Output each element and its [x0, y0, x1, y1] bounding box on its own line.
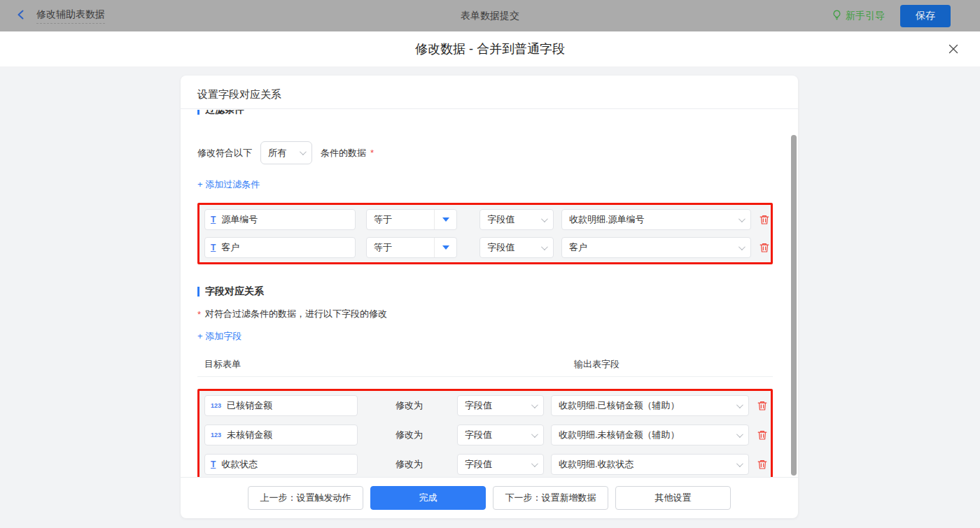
required-mark: *: [370, 148, 374, 158]
target-field-input[interactable]: T 收款状态: [204, 454, 358, 475]
chevron-down-icon: [531, 460, 538, 467]
close-icon[interactable]: [945, 41, 962, 57]
value-type-select[interactable]: 字段值: [457, 454, 544, 475]
chevron-down-icon: [531, 431, 538, 438]
mapping-rows-highlight-box: 123 已核销金额 修改为 字段值 收款明细.已核销金额（辅助）: [197, 389, 773, 477]
value-type-select[interactable]: 字段值: [479, 209, 554, 230]
chevron-down-icon: [531, 401, 538, 408]
back-label[interactable]: 修改辅助表数据: [36, 8, 105, 24]
filter-rows-highlight-box: T 源单编号 等于 字段值 收款明细.源单编号: [197, 203, 773, 264]
number-field-icon: 123: [211, 402, 221, 409]
match-prefix-label: 修改符合以下: [197, 147, 252, 159]
modify-to-label: 修改为: [396, 458, 424, 471]
delete-row-trash-icon[interactable]: [756, 458, 769, 471]
match-suffix-label: 条件的数据: [321, 147, 366, 159]
done-button[interactable]: 完成: [370, 486, 486, 510]
number-field-icon: 123: [211, 431, 221, 438]
next-step-button[interactable]: 下一步：设置新增数据: [493, 486, 608, 510]
caret-down-icon: [434, 210, 456, 229]
mapping-description: * 对符合过滤条件的数据，进行以下字段的修改: [197, 308, 781, 320]
target-form-column-header: 目标表单: [204, 358, 241, 371]
beginner-guide-link[interactable]: 新手引导: [832, 10, 885, 22]
modify-to-label: 修改为: [396, 429, 424, 441]
chevron-down-icon: [736, 431, 743, 438]
text-field-icon: T: [211, 243, 216, 252]
card-title: 设置字段对应关系: [181, 76, 798, 109]
back-button[interactable]: [15, 9, 27, 23]
prev-step-button[interactable]: 上一步：设置触发动作: [248, 486, 363, 510]
add-field-link[interactable]: + 添加字段: [197, 330, 241, 343]
section-accent-bar: [197, 287, 200, 297]
chevron-down-icon: [541, 215, 548, 222]
other-settings-button[interactable]: 其他设置: [615, 486, 731, 510]
chevron-down-icon: [541, 243, 548, 250]
operator-select[interactable]: 等于: [366, 237, 457, 258]
topbar: 修改辅助表数据 表单数据提交 新手引导 保存: [0, 0, 980, 31]
target-field-input[interactable]: 123 未核销金额: [204, 424, 358, 445]
filter-field-input[interactable]: T 客户: [204, 237, 356, 258]
add-filter-condition-link[interactable]: + 添加过滤条件: [197, 178, 260, 191]
chevron-down-icon: [738, 215, 746, 222]
output-field-select[interactable]: 收款明细.已核销金额（辅助）: [551, 395, 749, 416]
chevron-down-icon: [300, 148, 307, 155]
mapping-row: T 收款状态 修改为 字段值 收款明细.收款状态: [204, 454, 771, 475]
output-field-column-header: 输出表字段: [574, 358, 620, 371]
scrollbar-thumb[interactable]: [791, 135, 797, 476]
text-field-icon: T: [211, 459, 216, 469]
filter-row: T 源单编号 等于 字段值 收款明细.源单编号: [204, 209, 771, 230]
divider: [197, 376, 773, 377]
value-type-select[interactable]: 字段值: [479, 237, 554, 258]
mapping-row: 123 未核销金额 修改为 字段值 收款明细.未核销金额（辅助）: [204, 424, 771, 445]
mapping-section-heading: 字段对应关系: [197, 285, 781, 298]
required-mark: *: [197, 309, 201, 320]
filter-section-heading: 过滤条件: [197, 110, 781, 116]
chevron-down-icon: [738, 243, 746, 250]
value-type-select[interactable]: 字段值: [457, 395, 544, 416]
filter-field-input[interactable]: T 源单编号: [204, 209, 356, 230]
chevron-down-icon: [736, 460, 743, 467]
match-condition-row: 修改符合以下 所有 条件的数据 *: [197, 141, 781, 164]
output-field-select[interactable]: 收款明细.未核销金额（辅助）: [551, 424, 749, 445]
delete-row-trash-icon[interactable]: [758, 241, 771, 254]
value-select[interactable]: 客户: [561, 237, 751, 258]
value-type-select[interactable]: 字段值: [457, 424, 544, 445]
caret-down-icon: [434, 238, 456, 257]
delete-row-trash-icon[interactable]: [756, 399, 769, 412]
operator-select[interactable]: 等于: [366, 209, 457, 230]
value-select[interactable]: 收款明细.源单编号: [561, 209, 751, 230]
modify-to-label: 修改为: [396, 399, 424, 412]
back-chevron-icon: [15, 9, 27, 23]
section-accent-bar: [197, 110, 200, 115]
lightbulb-icon: [832, 10, 842, 22]
target-field-input[interactable]: 123 已核销金额: [204, 395, 358, 416]
card-footer: 上一步：设置触发动作 完成 下一步：设置新增数据 其他设置: [181, 477, 798, 518]
beginner-guide-label: 新手引导: [846, 10, 885, 22]
chevron-down-icon: [736, 401, 743, 408]
match-mode-select[interactable]: 所有: [260, 141, 312, 164]
delete-row-trash-icon[interactable]: [758, 213, 771, 226]
save-button[interactable]: 保存: [900, 5, 951, 27]
filter-row: T 客户 等于 字段值 客户: [204, 237, 771, 258]
settings-card: 设置字段对应关系 过滤条件 修改符合以下 所有 条件的数据 * + 添加过滤条件…: [181, 76, 798, 518]
dialog-title: 修改数据 - 合并到普通字段: [415, 41, 565, 57]
text-field-icon: T: [211, 215, 216, 224]
scroll-content: 过滤条件 修改符合以下 所有 条件的数据 * + 添加过滤条件 T 源单编号 等…: [181, 110, 798, 477]
output-field-select[interactable]: 收款明细.收款状态: [551, 454, 749, 475]
dialog-header: 修改数据 - 合并到普通字段: [0, 31, 980, 66]
mapping-table-header: 目标表单 输出表字段: [197, 358, 781, 371]
mapping-row: 123 已核销金额 修改为 字段值 收款明细.已核销金额（辅助）: [204, 395, 771, 416]
delete-row-trash-icon[interactable]: [756, 429, 769, 441]
